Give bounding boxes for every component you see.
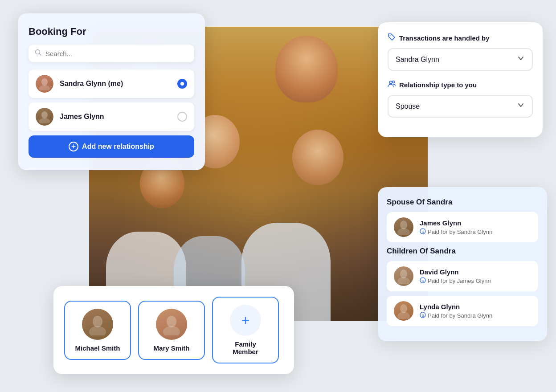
svg-point-22: [397, 312, 410, 319]
radio-sandra[interactable]: [177, 79, 187, 89]
svg-point-18: [397, 277, 410, 284]
booking-title: Booking For: [29, 26, 194, 37]
lynda-rel-name: Lynda Glynn: [420, 303, 531, 310]
avatar-lynda: [394, 301, 413, 321]
child-lynda-row: Lynda Glynn $ Paid for by Sandra Glynn: [387, 296, 538, 326]
person-row-sandra[interactable]: Sandra Glynn (me): [29, 69, 194, 98]
add-family-label: Family Member: [222, 340, 269, 355]
james-rel-name: James Glynn: [420, 219, 531, 227]
spouse-section-title: Spouse Of Sandra: [387, 198, 538, 207]
add-relationship-label: Add new relationship: [82, 143, 154, 151]
david-paid-info: $ Paid for by James Glynn: [420, 277, 531, 285]
svg-line-1: [40, 54, 41, 56]
svg-point-14: [397, 228, 410, 235]
svg-point-2: [41, 78, 48, 86]
david-rel-name: David Glynn: [420, 268, 531, 276]
david-paid-icon: $: [420, 277, 426, 285]
svg-point-4: [41, 111, 48, 118]
family-bottom-card: Michael Smith Mary Smith + Family Member: [53, 286, 294, 374]
lynda-paid-icon: $: [420, 312, 426, 319]
search-box[interactable]: [29, 45, 194, 62]
tag-icon: [388, 33, 396, 43]
add-member-icon: +: [230, 305, 261, 336]
avatar-michael: [82, 309, 113, 340]
svg-point-11: [167, 316, 176, 327]
svg-text:$: $: [422, 230, 424, 234]
avatar-mary: [156, 309, 187, 340]
relationship-dropdown[interactable]: Spouse: [388, 95, 533, 118]
svg-point-10: [89, 326, 106, 335]
svg-point-9: [93, 316, 102, 327]
people-icon: [388, 80, 396, 90]
search-input[interactable]: [45, 50, 188, 57]
relationships-card: Spouse Of Sandra James Glynn $ Paid for …: [378, 187, 547, 341]
relationship-header: Relationship type to you: [388, 80, 533, 90]
lynda-rel-info: Lynda Glynn $ Paid for by Sandra Glynn: [420, 303, 531, 319]
family-member-michael[interactable]: Michael Smith: [64, 301, 131, 360]
family-member-mary[interactable]: Mary Smith: [138, 301, 205, 360]
avatar-sandra: [36, 75, 53, 93]
handler-chevron-icon: [517, 54, 525, 65]
james-rel-info: James Glynn $ Paid for by Sandra Glynn: [420, 219, 531, 236]
person-name-james: James Glynn: [60, 113, 177, 121]
radio-james[interactable]: [177, 112, 187, 122]
transactions-header: Transactions are handled by: [388, 33, 533, 43]
add-family-member-button[interactable]: + Family Member: [212, 297, 279, 363]
plus-circle-icon: +: [69, 142, 78, 151]
svg-text:$: $: [422, 279, 424, 283]
svg-point-12: [163, 326, 180, 335]
avatar-james-rel: [394, 217, 413, 237]
avatar-david: [394, 266, 413, 286]
svg-point-7: [389, 81, 392, 84]
david-rel-info: David Glynn $ Paid for by James Glynn: [420, 268, 531, 285]
handler-value: Sandra Glynn: [396, 56, 439, 64]
relationship-header-text: Relationship type to you: [399, 81, 477, 89]
james-paid-text: Paid for by Sandra Glynn: [428, 229, 492, 235]
svg-text:$: $: [422, 314, 424, 318]
person-name-sandra: Sandra Glynn (me): [60, 80, 177, 88]
svg-point-5: [39, 118, 50, 123]
search-icon: [35, 49, 42, 58]
lynda-paid-info: $ Paid for by Sandra Glynn: [420, 312, 531, 319]
james-paid-info: $ Paid for by Sandra Glynn: [420, 228, 531, 236]
relationship-value: Spouse: [396, 102, 420, 110]
handler-dropdown[interactable]: Sandra Glynn: [388, 48, 533, 71]
svg-point-3: [39, 85, 50, 90]
add-relationship-button[interactable]: + Add new relationship: [29, 135, 194, 158]
children-section-title: Children Of Sandra: [387, 247, 538, 256]
svg-point-6: [390, 35, 391, 36]
spouse-james-row: James Glynn $ Paid for by Sandra Glynn: [387, 212, 538, 242]
transactions-card: Transactions are handled by Sandra Glynn…: [378, 22, 543, 137]
lynda-paid-text: Paid for by Sandra Glynn: [428, 312, 492, 319]
transactions-header-text: Transactions are handled by: [399, 34, 490, 42]
david-paid-text: Paid for by James Glynn: [428, 278, 491, 284]
michael-name: Michael Smith: [75, 344, 120, 352]
person-row-james[interactable]: James Glynn: [29, 102, 194, 131]
avatar-james: [36, 108, 53, 126]
svg-point-8: [392, 81, 395, 83]
mary-name: Mary Smith: [154, 344, 190, 352]
booking-card: Booking For Sandra Glynn (me) James Glyn…: [18, 13, 205, 170]
relationship-chevron-icon: [517, 101, 525, 111]
child-david-row: David Glynn $ Paid for by James Glynn: [387, 261, 538, 291]
paid-dollar-icon: $: [420, 228, 426, 236]
